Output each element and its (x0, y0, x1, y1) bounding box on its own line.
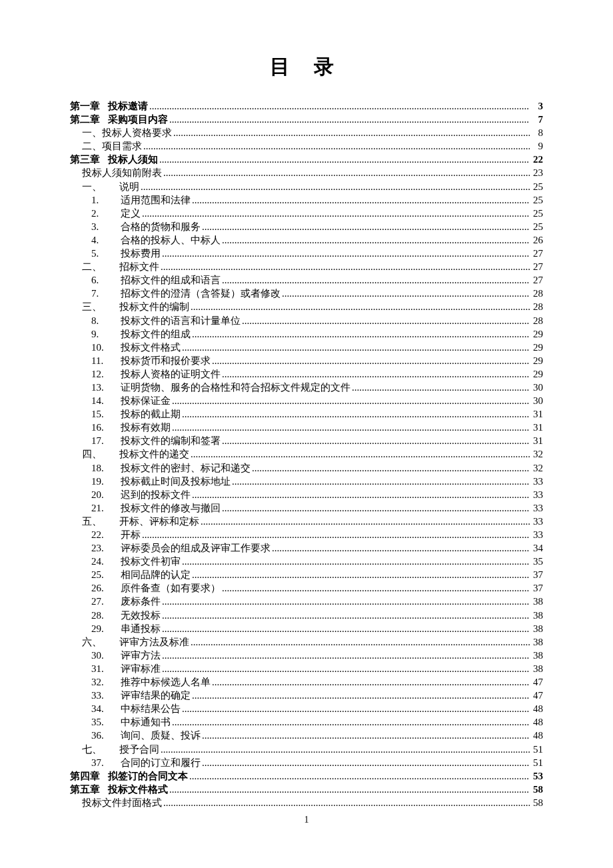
toc-entry-label: 六、评审方法及标准 (82, 635, 189, 649)
toc-entry-label: 36.询问、质疑、投诉 (91, 729, 201, 742)
toc-entry-page: 48 (531, 702, 543, 715)
toc-entry-text: 投标文件的递交 (119, 447, 189, 461)
toc-entry-number: 31. (91, 662, 121, 675)
toc-entry-label: 10.投标文件格式 (91, 341, 181, 354)
toc-entry: 五、开标、评标和定标33 (70, 515, 543, 528)
toc-entry-number: 18. (91, 461, 121, 475)
toc-entry: 7.招标文件的澄清（含答疑）或者修改28 (70, 287, 543, 300)
toc-entry-number: 三、 (82, 300, 119, 313)
toc-leader-dots (172, 394, 530, 407)
toc-entry-text: 投标货币和报价要求 (121, 354, 211, 367)
toc-entry-page: 25 (531, 220, 543, 233)
toc-entry-number: 15. (91, 407, 121, 421)
toc-entry-text: 一、投标人资格要求 (82, 126, 172, 139)
toc-entry-page: 29 (531, 327, 543, 341)
toc-entry: 12.投标人资格的证明文件29 (70, 367, 543, 381)
toc-entry-label: 26.原件备查（如有要求） (91, 581, 221, 595)
toc-entry-label: 22.开标 (91, 528, 141, 541)
toc-entry-page: 27 (531, 260, 543, 273)
toc-leader-dots (191, 300, 530, 313)
toc-entry-page: 30 (531, 381, 543, 394)
toc-entry: 一、说明25 (70, 180, 543, 193)
toc-entry-label: 二、项目需求 (82, 139, 142, 153)
toc-entry-text: 拟签订的合同文本 (108, 769, 188, 783)
toc-leader-dots (191, 447, 530, 461)
toc-entry-text: 投标保证金 (121, 394, 171, 407)
toc-leader-dots (191, 635, 530, 649)
toc-entry-page: 58 (531, 796, 543, 809)
toc-entry-number: 26. (91, 581, 121, 595)
toc-entry-text: 说明 (119, 180, 139, 193)
toc-entry: 6.招标文件的组成和语言27 (70, 273, 543, 287)
toc-leader-dots (272, 541, 530, 555)
toc-entry: 9.投标文件的组成29 (70, 327, 543, 341)
toc-entry-label: 35.中标通知书 (91, 715, 171, 729)
toc-entry: 一、投标人资格要求8 (70, 126, 543, 139)
toc-entry-text: 投标人须知前附表 (82, 166, 162, 179)
toc-entry-number: 27. (91, 595, 121, 608)
toc-entry-page: 29 (531, 354, 543, 367)
toc-entry-number: 29. (91, 622, 121, 635)
toc-entry-page: 34 (531, 541, 543, 555)
toc-leader-dots (182, 555, 530, 568)
toc-entry-label: 1.适用范围和法律 (91, 193, 191, 207)
toc-leader-dots (169, 113, 530, 126)
toc-entry-page: 28 (531, 300, 543, 313)
toc-entry-number: 22. (91, 528, 121, 541)
toc-entry-label: 第二章采购项目内容 (70, 113, 168, 126)
toc-entry-label: 一、投标人资格要求 (82, 126, 172, 139)
toc-entry-text: 投标有效期 (121, 421, 171, 434)
toc-leader-dots (222, 273, 530, 287)
toc-entry-number: 5. (91, 247, 121, 260)
toc-entry-label: 25.相同品牌的认定 (91, 568, 191, 581)
toc-leader-dots (163, 796, 530, 809)
toc-entry-text: 评标委员会的组成及评审工作要求 (121, 541, 271, 555)
toc-entry: 30.评审方法38 (70, 649, 543, 662)
toc-entry-page: 32 (531, 461, 543, 475)
toc-entry-label: 29.串通投标 (91, 622, 161, 635)
toc-entry-number: 37. (91, 756, 121, 769)
toc-entry-page: 38 (531, 635, 543, 649)
toc-entry: 23.评标委员会的组成及评审工作要求34 (70, 541, 543, 555)
toc-leader-dots (142, 528, 530, 541)
toc-entry-text: 授予合同 (119, 743, 159, 756)
toc-entry-label: 17.投标文件的编制和签署 (91, 434, 221, 447)
toc-leader-dots (242, 314, 530, 327)
toc-entry-text: 开标、评标和定标 (119, 515, 199, 528)
toc-entry-number: 8. (91, 314, 121, 327)
toc-entry-page: 33 (531, 475, 543, 488)
toc-leader-dots (143, 139, 530, 153)
toc-entry-page: 8 (531, 126, 543, 139)
toc-entry-text: 相同品牌的认定 (121, 568, 191, 581)
toc-leader-dots (141, 180, 530, 193)
toc-entry-label: 34.中标结果公告 (91, 702, 181, 715)
toc-entry-number: 七、 (82, 743, 119, 756)
toc-entry-label: 五、开标、评标和定标 (82, 515, 199, 528)
toc-leader-dots (162, 247, 530, 260)
toc-entry: 14.投标保证金30 (70, 394, 543, 407)
toc-leader-dots (173, 126, 530, 139)
toc-entry-page: 33 (531, 528, 543, 541)
toc-leader-dots (162, 662, 530, 675)
toc-leader-dots (201, 515, 530, 528)
toc-entry-page: 25 (531, 207, 543, 220)
toc-entry-page: 25 (531, 180, 543, 193)
toc-entry-text: 招标文件的澄清（含答疑）或者修改 (121, 287, 281, 300)
toc-entry-label: 24.投标文件初审 (91, 555, 181, 568)
toc-entry-text: 合格的投标人、中标人 (121, 233, 221, 247)
toc-entry-text: 投标文件的编制 (119, 300, 189, 313)
toc-entry: 第五章投标文件格式58 (70, 783, 543, 796)
table-of-contents: 第一章投标邀请3第二章采购项目内容7一、投标人资格要求8二、项目需求9第三章投标… (70, 99, 543, 809)
toc-entry: 33.评审结果的确定47 (70, 689, 543, 702)
toc-entry-number: 四、 (82, 447, 119, 461)
toc-entry-text: 推荐中标候选人名单 (121, 675, 211, 689)
toc-entry-label: 七、授予合同 (82, 743, 159, 756)
toc-entry: 31.评审标准38 (70, 662, 543, 675)
toc-entry-label: 16.投标有效期 (91, 421, 171, 434)
toc-entry-number: 第二章 (70, 113, 100, 126)
toc-entry: 22.开标33 (70, 528, 543, 541)
toc-entry-page: 35 (531, 555, 543, 568)
toc-entry-page: 32 (531, 447, 543, 461)
toc-entry-page: 51 (531, 743, 543, 756)
toc-entry-label: 第一章投标邀请 (70, 99, 148, 113)
